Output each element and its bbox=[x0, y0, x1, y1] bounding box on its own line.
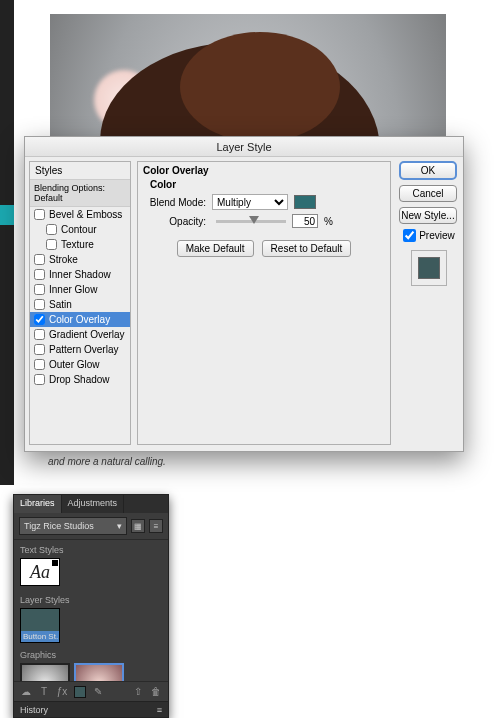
reset-default-button[interactable]: Reset to Default bbox=[262, 240, 352, 257]
text-style-thumb[interactable]: Aa bbox=[20, 558, 60, 586]
app-left-strip bbox=[0, 0, 14, 485]
opacity-slider[interactable] bbox=[216, 220, 286, 223]
library-name: Tigz Rice Studios bbox=[24, 521, 94, 531]
layer-style-name: Button St... bbox=[21, 631, 59, 642]
slider-handle[interactable] bbox=[249, 216, 259, 224]
preview-swatch-frame bbox=[411, 250, 447, 286]
effect-outer-glow[interactable]: Outer Glow bbox=[30, 357, 130, 372]
checkbox[interactable] bbox=[34, 314, 45, 325]
layer-style-dialog: Layer Style Styles Blending Options: Def… bbox=[24, 136, 464, 452]
preview-label: Preview bbox=[419, 230, 455, 241]
section-layer-styles: Layer Styles bbox=[14, 590, 168, 608]
checkbox[interactable] bbox=[34, 374, 45, 385]
layer-style-thumb[interactable]: Button St... bbox=[20, 608, 60, 643]
effect-drop-shadow[interactable]: Drop Shadow bbox=[30, 372, 130, 387]
preview-swatch bbox=[418, 257, 440, 279]
section-text-styles: Text Styles bbox=[14, 540, 168, 558]
effect-contour[interactable]: Contour bbox=[30, 222, 130, 237]
opacity-label: Opacity: bbox=[148, 216, 206, 227]
highlight-marker bbox=[0, 205, 14, 225]
upload-icon[interactable]: ⇧ bbox=[132, 686, 144, 698]
effect-texture[interactable]: Texture bbox=[30, 237, 130, 252]
photo-caption: and more a natural calling. bbox=[48, 456, 166, 467]
checkbox[interactable] bbox=[34, 254, 45, 265]
checkbox[interactable] bbox=[34, 284, 45, 295]
panel-tabs: Libraries Adjustments bbox=[14, 495, 168, 513]
dialog-title: Layer Style bbox=[25, 137, 463, 157]
effect-gradient-overlay[interactable]: Gradient Overlay bbox=[30, 327, 130, 342]
blend-mode-select[interactable]: Multiply bbox=[212, 194, 288, 210]
cancel-button[interactable]: Cancel bbox=[399, 185, 457, 202]
cloud-icon[interactable]: ☁ bbox=[20, 686, 32, 698]
make-default-button[interactable]: Make Default bbox=[177, 240, 254, 257]
effect-pattern-overlay[interactable]: Pattern Overlay bbox=[30, 342, 130, 357]
styles-header[interactable]: Styles bbox=[30, 162, 130, 180]
effect-satin[interactable]: Satin bbox=[30, 297, 130, 312]
ok-button[interactable]: OK bbox=[399, 161, 457, 180]
tab-libraries[interactable]: Libraries bbox=[14, 495, 62, 513]
blend-mode-label: Blend Mode: bbox=[148, 197, 206, 208]
effect-settings-panel: Color Overlay Color Blend Mode: Multiply… bbox=[137, 161, 391, 445]
effect-inner-shadow[interactable]: Inner Shadow bbox=[30, 267, 130, 282]
checkbox[interactable] bbox=[34, 209, 45, 220]
effect-stroke[interactable]: Stroke bbox=[30, 252, 130, 267]
checkbox[interactable] bbox=[34, 344, 45, 355]
swatch-icon[interactable] bbox=[74, 686, 86, 698]
fx-icon[interactable]: ƒx bbox=[56, 686, 68, 698]
checkbox[interactable] bbox=[34, 299, 45, 310]
dialog-right-buttons: OK Cancel New Style... Preview bbox=[399, 161, 459, 286]
panel-menu-icon[interactable]: ≡ bbox=[157, 705, 162, 715]
history-label: History bbox=[20, 705, 48, 715]
new-style-button[interactable]: New Style... bbox=[399, 207, 457, 224]
opacity-input[interactable] bbox=[292, 214, 318, 228]
effect-bevel-emboss[interactable]: Bevel & Emboss bbox=[30, 207, 130, 222]
view-grid-icon[interactable]: ▦ bbox=[131, 519, 145, 533]
blending-options-row[interactable]: Blending Options: Default bbox=[30, 180, 130, 207]
trash-icon[interactable]: 🗑 bbox=[150, 686, 162, 698]
styles-list-panel: Styles Blending Options: Default Bevel &… bbox=[29, 161, 131, 445]
effect-inner-glow[interactable]: Inner Glow bbox=[30, 282, 130, 297]
tab-adjustments[interactable]: Adjustments bbox=[62, 495, 125, 513]
checkbox[interactable] bbox=[34, 269, 45, 280]
settings-title: Color Overlay bbox=[138, 162, 390, 179]
preview-checkbox[interactable] bbox=[403, 229, 416, 242]
libraries-panel: Libraries Adjustments Tigz Rice Studios▾… bbox=[13, 494, 169, 718]
checkbox[interactable] bbox=[46, 239, 57, 250]
chevron-down-icon: ▾ bbox=[117, 521, 122, 531]
settings-section: Color bbox=[138, 179, 390, 192]
checkbox[interactable] bbox=[34, 329, 45, 340]
section-graphics: Graphics bbox=[14, 645, 168, 663]
brush-icon[interactable]: ✎ bbox=[92, 686, 104, 698]
type-icon[interactable]: T bbox=[38, 686, 50, 698]
library-selector[interactable]: Tigz Rice Studios▾ bbox=[19, 517, 127, 535]
checkbox[interactable] bbox=[46, 224, 57, 235]
panel-footer-icons: ☁ T ƒx ✎ ⇧ 🗑 bbox=[14, 681, 168, 701]
opacity-unit: % bbox=[324, 216, 333, 227]
checkbox[interactable] bbox=[34, 359, 45, 370]
view-list-icon[interactable]: ≡ bbox=[149, 519, 163, 533]
effect-color-overlay[interactable]: Color Overlay bbox=[30, 312, 130, 327]
overlay-color-swatch[interactable] bbox=[294, 195, 316, 209]
history-panel-header[interactable]: History ≡ bbox=[14, 701, 168, 717]
